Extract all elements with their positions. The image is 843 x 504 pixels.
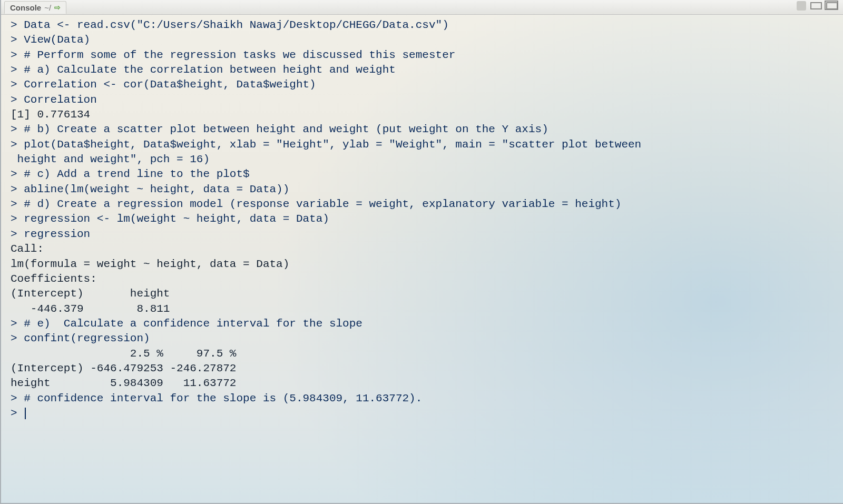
console-line: -446.379 8.811 xyxy=(11,302,834,317)
tab-title: Console xyxy=(10,3,41,12)
console-line: (Intercept) -646.479253 -246.27872 xyxy=(11,361,834,376)
console-line: > Correlation xyxy=(11,93,834,107)
console-line: lm(formula = weight ~ height, data = Dat… xyxy=(11,257,834,272)
console-line: > # b) Create a scatter plot between hei… xyxy=(11,122,834,137)
console-line: 2.5 % 97.5 % xyxy=(11,347,834,361)
console-line: (Intercept) height xyxy=(11,286,834,301)
console-line: > # d) Create a regression model (respon… xyxy=(11,197,834,212)
console-line: Coefficients: xyxy=(11,272,834,286)
console-line: Call: xyxy=(11,242,834,256)
console-line: [1] 0.776134 xyxy=(11,107,834,122)
console-line: > View(Data) xyxy=(11,33,834,47)
console-line: > abline(lm(weight ~ height, data = Data… xyxy=(11,182,834,197)
minimize-icon[interactable] xyxy=(810,2,822,9)
text-cursor xyxy=(25,408,26,419)
console-line: > plot(Data$height, Data$weight, xlab = … xyxy=(11,137,834,152)
console-pane: Console ~/ ⇨ > Data <- read.csv("C:/User… xyxy=(0,0,843,504)
console-output[interactable]: > Data <- read.csv("C:/Users/Shaikh Nawa… xyxy=(1,15,843,421)
console-line: > # c) Add a trend line to the plot$ xyxy=(11,167,834,182)
console-line: > xyxy=(11,406,834,421)
console-line: > Data <- read.csv("C:/Users/Shaikh Nawa… xyxy=(11,18,834,33)
console-line: > regression xyxy=(11,227,834,242)
console-line: height 5.984309 11.63772 xyxy=(11,376,834,391)
tab-console[interactable]: Console ~/ ⇨ xyxy=(4,1,66,14)
console-line: > Correlation <- cor(Data$height, Data$w… xyxy=(11,77,834,92)
tab-arrow-icon: ⇨ xyxy=(54,3,61,12)
prompt-symbol: > xyxy=(11,407,24,419)
console-line: > regression <- lm(weight ~ height, data… xyxy=(11,212,834,226)
tab-bar: Console ~/ ⇨ xyxy=(1,0,843,15)
console-line: > # confidence interval for the slope is… xyxy=(11,391,834,406)
clear-console-icon[interactable] xyxy=(797,1,806,11)
console-line: height and weight", pch = 16) xyxy=(11,152,834,167)
console-line: > # a) Calculate the correlation between… xyxy=(11,63,834,77)
window-controls xyxy=(797,1,838,11)
tab-working-dir: ~/ xyxy=(44,3,51,12)
maximize-icon[interactable] xyxy=(826,2,838,9)
console-line: > # e) Calculate a confidence interval f… xyxy=(11,317,834,331)
console-line: > # Perform some of the regression tasks… xyxy=(11,48,834,63)
console-line: > confint(regression) xyxy=(11,331,834,346)
